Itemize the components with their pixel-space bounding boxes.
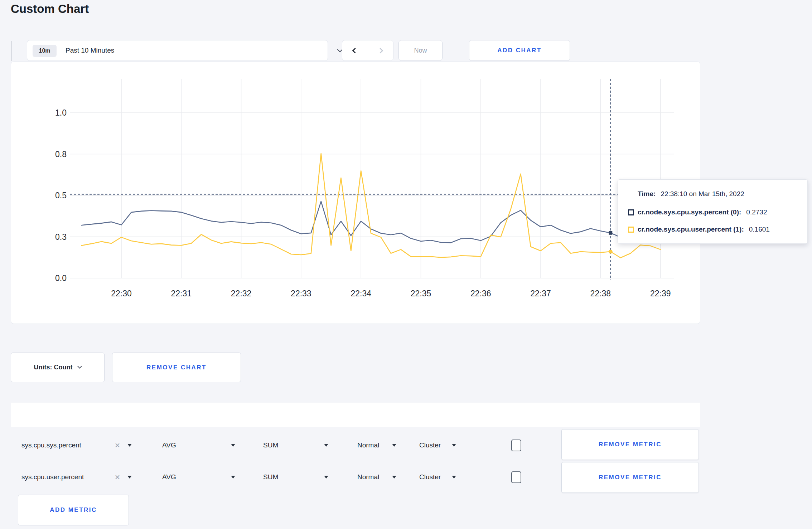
metric-select-caret-icon[interactable] xyxy=(127,444,132,447)
per-node-checkbox[interactable] xyxy=(511,471,521,483)
time-window-arrows xyxy=(342,40,393,61)
tooltip-sys-label: cr.node.sys.cpu.sys.percent (0): xyxy=(638,208,741,216)
tooltip-sys-value: 0.2732 xyxy=(746,208,767,216)
add-metric-button[interactable]: ADD METRIC xyxy=(18,495,129,525)
chevron-right-icon xyxy=(378,48,383,53)
downsampler-caret-icon[interactable] xyxy=(231,444,235,447)
sys-series-swatch-icon xyxy=(628,209,634,215)
now-button[interactable]: Now xyxy=(398,40,443,61)
toolbar-left-divider xyxy=(11,41,11,61)
tooltip-series-row: cr.node.sys.cpu.user.percent (1): 0.1601 xyxy=(628,225,770,233)
aggregator-select[interactable]: SUM xyxy=(263,473,278,481)
clear-metric-x-icon[interactable]: ✕ xyxy=(115,441,120,450)
aggregator-caret-icon[interactable] xyxy=(324,444,328,447)
units-label: Units: Count xyxy=(34,364,73,371)
chart-plot-area[interactable] xyxy=(70,78,675,279)
remove-chart-button[interactable]: REMOVE CHART xyxy=(112,353,241,382)
units-dropdown[interactable]: Units: Count xyxy=(11,353,105,382)
custom-chart-page: Custom Chart 10m Past 10 Minutes Now ADD… xyxy=(0,0,812,529)
add-chart-button[interactable]: ADD CHART xyxy=(469,40,570,61)
chevron-down-icon xyxy=(78,364,82,369)
metric-name-value: sys.cpu.sys.percent xyxy=(21,441,81,449)
tooltip-user-label: cr.node.sys.cpu.user.percent (1): xyxy=(638,225,744,233)
metric-select-caret-icon[interactable] xyxy=(127,476,132,479)
next-time-button[interactable] xyxy=(368,40,393,60)
remove-metric-button[interactable]: REMOVE METRIC xyxy=(561,429,699,460)
source-caret-icon[interactable] xyxy=(452,444,456,447)
rate-caret-icon[interactable] xyxy=(392,476,396,479)
chart-tooltip: Time: 22:38:10 on Mar 15th, 2022 cr.node… xyxy=(618,179,808,244)
chevron-left-icon xyxy=(352,48,358,53)
tooltip-time-row: Time: 22:38:10 on Mar 15th, 2022 xyxy=(638,190,744,198)
tooltip-time-label: Time: xyxy=(638,190,656,198)
tooltip-user-value: 0.1601 xyxy=(749,225,770,233)
user-series-swatch-icon xyxy=(628,227,634,233)
aggregator-caret-icon[interactable] xyxy=(324,476,328,479)
downsampler-select[interactable]: AVG xyxy=(162,473,176,481)
prev-time-button[interactable] xyxy=(342,40,368,60)
aggregator-select[interactable]: SUM xyxy=(263,441,278,449)
rate-select[interactable]: Normal xyxy=(357,473,379,481)
rate-select[interactable]: Normal xyxy=(357,441,379,449)
metric-name-value: sys.cpu.user.percent xyxy=(21,473,84,481)
page-title: Custom Chart xyxy=(11,2,89,16)
source-caret-icon[interactable] xyxy=(452,476,456,479)
source-select[interactable]: Cluster xyxy=(419,441,441,449)
source-select[interactable]: Cluster xyxy=(419,473,441,481)
time-range-dropdown[interactable]: 10m Past 10 Minutes xyxy=(27,40,328,61)
downsampler-caret-icon[interactable] xyxy=(231,476,235,479)
time-range-label: Past 10 Minutes xyxy=(66,47,114,54)
metrics-table-header: METRIC NAME DOWNSAMPLER AGGREGATOR RATE … xyxy=(11,403,700,427)
clear-metric-x-icon[interactable]: ✕ xyxy=(115,473,120,481)
tooltip-series-row: cr.node.sys.cpu.sys.percent (0): 0.2732 xyxy=(628,208,767,216)
per-node-checkbox[interactable] xyxy=(511,440,521,451)
tooltip-time-value: 22:38:10 on Mar 15th, 2022 xyxy=(661,190,744,198)
remove-metric-button[interactable]: REMOVE METRIC xyxy=(561,462,699,493)
rate-caret-icon[interactable] xyxy=(392,444,396,447)
time-range-badge: 10m xyxy=(33,45,57,57)
downsampler-select[interactable]: AVG xyxy=(162,441,176,449)
